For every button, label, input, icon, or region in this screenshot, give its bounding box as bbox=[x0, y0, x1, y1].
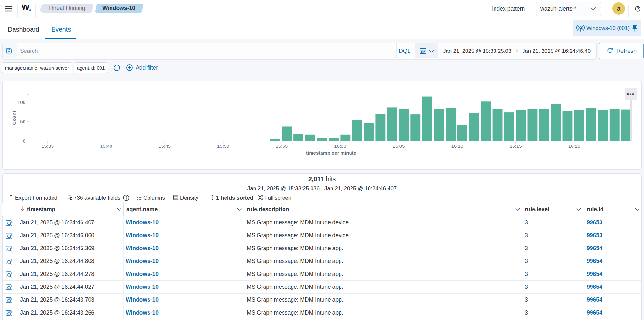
svg-text:16:10: 16:10 bbox=[451, 143, 463, 149]
svg-text:50: 50 bbox=[20, 119, 25, 124]
svg-text:15:55: 15:55 bbox=[276, 143, 288, 149]
svg-text:timestamp per minute: timestamp per minute bbox=[306, 150, 356, 155]
svg-text:100: 100 bbox=[17, 99, 25, 105]
svg-text:15:45: 15:45 bbox=[159, 143, 171, 149]
svg-text:16:20: 16:20 bbox=[568, 143, 581, 149]
svg-text:16:15: 16:15 bbox=[510, 143, 522, 149]
svg-text:16:05: 16:05 bbox=[393, 143, 405, 149]
svg-text:15:35: 15:35 bbox=[42, 143, 54, 149]
svg-text:15:50: 15:50 bbox=[217, 143, 229, 149]
svg-text:0: 0 bbox=[23, 138, 25, 144]
svg-text:?: ? bbox=[637, 7, 639, 11]
svg-text:Count: Count bbox=[11, 111, 17, 125]
svg-text:15:40: 15:40 bbox=[100, 143, 112, 149]
svg-text:16:00: 16:00 bbox=[334, 143, 346, 149]
